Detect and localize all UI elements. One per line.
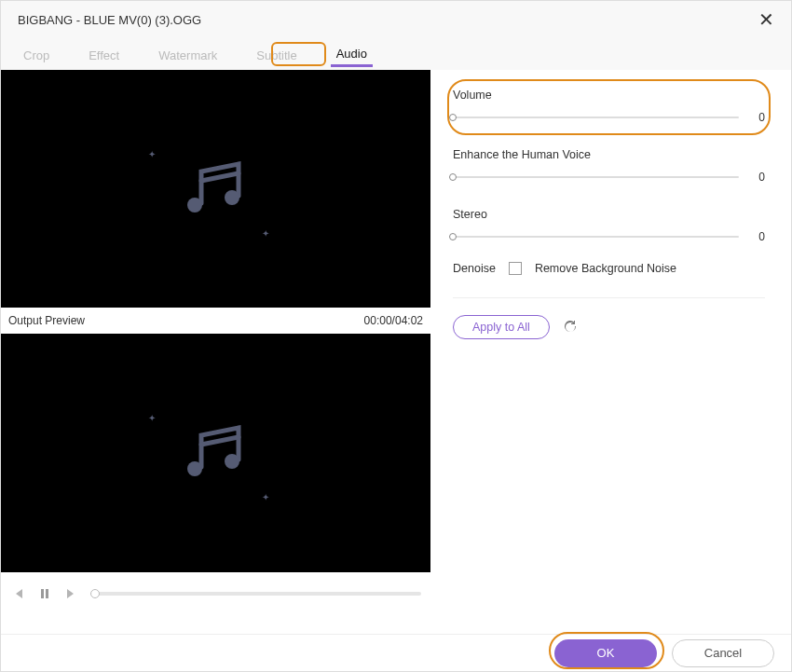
next-button-icon[interactable]	[62, 588, 79, 599]
reset-icon[interactable]	[561, 318, 580, 336]
svg-point-2	[187, 461, 202, 476]
apply-row: Apply to All	[453, 315, 765, 339]
enhance-value: 0	[754, 171, 765, 184]
divider	[453, 297, 765, 298]
enhance-label: Enhance the Human Voice	[453, 148, 765, 161]
stereo-label: Stereo	[453, 208, 765, 221]
volume-highlight	[447, 79, 771, 135]
enhance-slider[interactable]	[453, 176, 739, 178]
stereo-value: 0	[754, 230, 765, 243]
tab-crop[interactable]: Crop	[18, 43, 55, 66]
music-note-icon	[179, 420, 253, 486]
output-preview-label: Output Preview	[8, 314, 85, 327]
stereo-slider[interactable]	[453, 236, 739, 238]
sparkle-icon: ✦	[262, 492, 269, 502]
preview-time: 00:00/04:02	[364, 314, 423, 327]
window-title: BIGBANG - BLUE MV(0) (3).OGG	[18, 13, 201, 27]
volume-label: Volume	[453, 89, 765, 102]
denoise-checkbox[interactable]	[509, 262, 522, 275]
volume-value: 0	[754, 111, 765, 124]
volume-setting: Volume 0	[453, 83, 765, 131]
denoise-setting: Denoise Remove Background Noise	[453, 262, 765, 275]
pause-button-icon[interactable]	[36, 588, 53, 599]
tab-audio[interactable]: Audio	[331, 41, 373, 67]
enhance-slider-handle[interactable]	[449, 173, 457, 181]
preview-info-bar: Output Preview 00:00/04:02	[1, 308, 430, 334]
tab-effect[interactable]: Effect	[83, 43, 125, 66]
scrub-handle[interactable]	[90, 589, 100, 598]
music-note-icon	[179, 157, 253, 222]
apply-to-all-button[interactable]: Apply to All	[453, 315, 550, 339]
footer: OK Cancel	[1, 634, 791, 671]
tab-bar: Crop Effect Watermark Subtitle Audio	[1, 38, 791, 70]
titlebar: BIGBANG - BLUE MV(0) (3).OGG ✕	[1, 1, 791, 38]
denoise-label: Denoise	[453, 262, 496, 275]
preview-pane: ✦ ✦ Output Preview 00:00/04:02 ✦ ✦	[1, 70, 430, 633]
volume-slider-handle[interactable]	[449, 114, 457, 121]
svg-point-0	[187, 198, 202, 213]
cancel-button[interactable]: Cancel	[672, 639, 774, 667]
enhance-setting: Enhance the Human Voice 0	[453, 143, 765, 191]
tab-watermark[interactable]: Watermark	[153, 43, 223, 66]
svg-point-3	[225, 454, 239, 469]
stereo-setting: Stereo 0	[453, 202, 765, 251]
close-icon[interactable]: ✕	[752, 8, 780, 31]
denoise-checkbox-label: Remove Background Noise	[535, 262, 676, 275]
stereo-slider-handle[interactable]	[449, 233, 457, 240]
transport-controls	[1, 572, 430, 615]
scrub-slider[interactable]	[94, 592, 421, 596]
ok-button[interactable]: OK	[554, 639, 657, 667]
sparkle-icon: ✦	[262, 228, 269, 239]
sparkle-icon: ✦	[148, 413, 156, 423]
svg-rect-5	[46, 589, 48, 598]
source-preview: ✦ ✦	[1, 70, 430, 308]
prev-button-icon[interactable]	[10, 588, 27, 599]
tab-subtitle[interactable]: Subtitle	[251, 43, 302, 66]
settings-pane: Volume 0 Enhance the Human Voice 0 Stere…	[430, 70, 791, 633]
volume-slider[interactable]	[453, 117, 739, 118]
svg-point-1	[225, 190, 239, 205]
sparkle-icon: ✦	[148, 149, 156, 159]
body: ✦ ✦ Output Preview 00:00/04:02 ✦ ✦ Volum…	[1, 70, 791, 633]
svg-rect-4	[41, 589, 44, 598]
output-preview: ✦ ✦	[1, 334, 430, 572]
